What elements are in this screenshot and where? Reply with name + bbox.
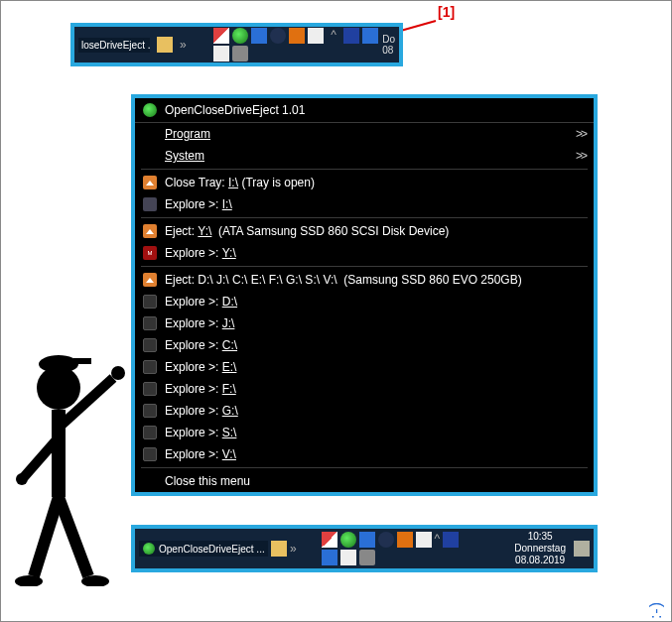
menu-item-eject-y[interactable]: Eject: Y:\ (ATA Samsung SSD 860 SCSI Dis… xyxy=(135,220,594,242)
tray-icon[interactable] xyxy=(308,28,324,44)
hdd-icon xyxy=(143,295,157,309)
close-tray-suffix: (Tray is open) xyxy=(241,176,315,189)
hdd-icon xyxy=(143,426,157,439)
camera-icon[interactable] xyxy=(232,46,248,62)
explore-label: Explore >: xyxy=(165,197,218,211)
cd-drive-icon xyxy=(143,197,157,211)
explore-label: Explore >: xyxy=(165,382,218,396)
system-tray: ^ xyxy=(318,532,467,565)
menu-item-explore-e[interactable]: Explore >: E:\ xyxy=(135,356,594,378)
menu-item-explore-i[interactable]: Explore >: I:\ xyxy=(135,193,594,215)
app-icon xyxy=(143,543,155,555)
explore-label: Explore >: xyxy=(165,246,218,260)
tray-icon[interactable] xyxy=(378,532,394,548)
divider xyxy=(141,217,588,218)
menu-item-explore-v[interactable]: Explore >: V:\ xyxy=(135,443,594,465)
menu-item-eject-multi[interactable]: Eject: D:\ J:\ C:\ E:\ F:\ G:\ S:\ V:\ (… xyxy=(135,269,594,291)
chevron-up-icon[interactable]: ^ xyxy=(435,532,441,548)
app-icon xyxy=(143,103,157,117)
taskbar-snippet: loseDriveEject ... » ^ Do 08 xyxy=(70,23,403,66)
app-tray-icon[interactable] xyxy=(232,28,248,44)
svg-point-4 xyxy=(111,366,125,380)
tray-icon[interactable] xyxy=(397,532,413,548)
explore-label: Explore >: xyxy=(165,338,218,352)
clock-day: Donnerstag xyxy=(514,543,566,555)
svg-rect-3 xyxy=(73,358,91,364)
notifications-icon[interactable] xyxy=(574,541,590,557)
tray-icon[interactable] xyxy=(359,532,375,548)
drive-letter: J:\ xyxy=(222,316,235,330)
tray-icon[interactable] xyxy=(443,532,459,548)
tray-icon[interactable] xyxy=(251,28,267,44)
taskbar-app-button[interactable]: OpenCloseDriveEject ... xyxy=(139,541,268,557)
drive-letter: S:\ xyxy=(222,426,237,439)
security-shield-icon[interactable] xyxy=(213,28,229,44)
menu-item-explore-g[interactable]: Explore >: G:\ xyxy=(135,400,594,422)
folder-icon[interactable] xyxy=(157,37,173,53)
submenu-indicator-icon: >> xyxy=(576,127,586,141)
tray-icon[interactable] xyxy=(416,532,432,548)
menu-item-explore-y[interactable]: M Explore >: Y:\ xyxy=(135,242,594,264)
drive-letter: C:\ xyxy=(222,338,237,352)
tray-icon[interactable] xyxy=(289,28,305,44)
drive-letter: G:\ xyxy=(222,404,238,418)
tray-icon[interactable] xyxy=(322,550,337,565)
hdd-icon xyxy=(143,447,157,461)
divider xyxy=(141,169,588,170)
explore-label: Explore >: xyxy=(165,404,218,418)
drive-letter: D:\ xyxy=(222,295,237,309)
watermark: www.SoftwareOK.com :-) xyxy=(647,601,665,622)
menu-item-system[interactable]: System >> xyxy=(135,145,594,167)
chevron-right-icon[interactable]: » xyxy=(290,542,297,556)
eject-icon xyxy=(143,224,157,238)
eject-label: Eject: xyxy=(165,273,195,287)
menu-item-explore-d[interactable]: Explore >: D:\ xyxy=(135,291,594,312)
svg-point-5 xyxy=(16,473,28,485)
context-menu: OpenCloseDriveEject 1.01 Program >> Syst… xyxy=(131,94,598,496)
menu-item-explore-c[interactable]: Explore >: C:\ xyxy=(135,334,594,356)
menu-item-program[interactable]: Program >> xyxy=(135,123,594,145)
device-name: (Samsung SSD 860 EVO 250GB) xyxy=(343,273,521,287)
menu-item-close-tray[interactable]: Close Tray: I:\ (Tray is open) xyxy=(135,172,594,193)
tray-icon[interactable] xyxy=(213,46,229,62)
menu-item-explore-j[interactable]: Explore >: J:\ xyxy=(135,312,594,334)
close-tray-label: Close Tray: xyxy=(165,176,225,189)
clock-panel[interactable]: 10:35 Donnerstag 08.08.2019 xyxy=(514,531,566,566)
folder-icon[interactable] xyxy=(271,541,287,557)
taskbar-app-button[interactable]: loseDriveEject ... xyxy=(78,38,150,53)
clock-short: Do 08 xyxy=(382,34,395,56)
hdd-icon xyxy=(143,360,157,374)
tray-icon[interactable] xyxy=(340,550,356,565)
drive-icon: M xyxy=(143,246,157,260)
hdd-icon xyxy=(143,316,157,330)
close-tray-drive: I:\ xyxy=(228,176,238,189)
menu-item-explore-s[interactable]: Explore >: S:\ xyxy=(135,422,594,443)
app-label: OpenCloseDriveEject ... xyxy=(159,544,265,555)
app-tray-icon[interactable] xyxy=(340,532,356,548)
divider xyxy=(141,266,588,267)
tray-icon[interactable] xyxy=(362,28,378,44)
explore-label: Explore >: xyxy=(165,447,218,461)
explore-label: Explore >: xyxy=(165,295,218,309)
eject-label: Eject: xyxy=(165,224,195,238)
camera-icon[interactable] xyxy=(359,550,375,565)
tray-icon[interactable] xyxy=(343,28,359,44)
tray-icon[interactable] xyxy=(270,28,286,44)
drive-letter: Y:\ xyxy=(198,224,211,238)
drive-letter: Y:\ xyxy=(222,246,236,260)
menu-item-close[interactable]: Close this menu xyxy=(135,470,594,492)
hdd-icon xyxy=(143,338,157,352)
menu-item-explore-f[interactable]: Explore >: F:\ xyxy=(135,378,594,400)
program-label: Program xyxy=(165,127,210,141)
chevron-up-icon[interactable]: ^ xyxy=(331,28,336,44)
drive-letter: F:\ xyxy=(222,382,236,396)
clock-date: 08.08.2019 xyxy=(514,555,566,566)
eject-icon xyxy=(143,273,157,287)
chevron-right-icon[interactable]: » xyxy=(180,38,187,52)
hdd-icon xyxy=(143,404,157,418)
submenu-indicator-icon: >> xyxy=(576,149,586,163)
security-shield-icon[interactable] xyxy=(322,532,337,548)
system-tray: ^ xyxy=(209,28,378,62)
drive-letter: I:\ xyxy=(222,197,232,211)
menu-title-row[interactable]: OpenCloseDriveEject 1.01 xyxy=(135,98,594,123)
